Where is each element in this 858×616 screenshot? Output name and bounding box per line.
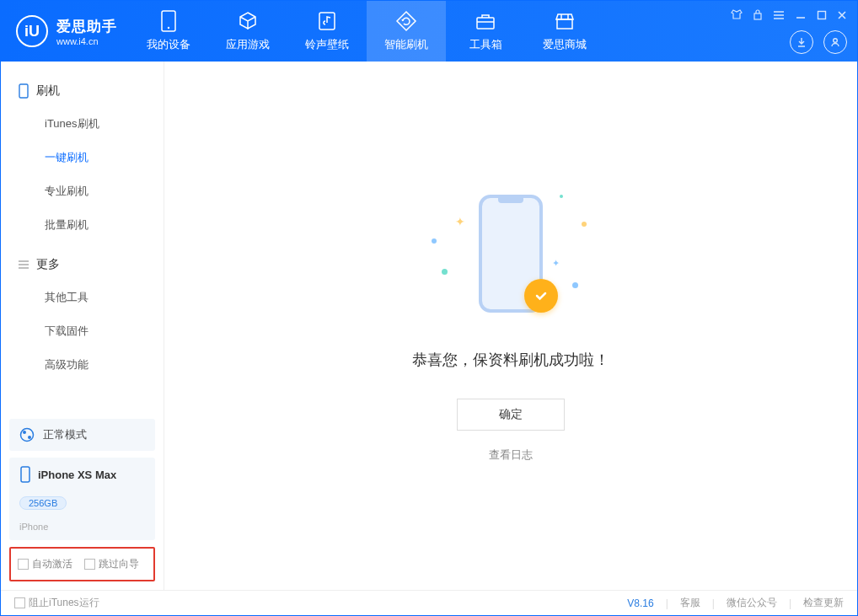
tab-label: 智能刷机	[384, 37, 428, 52]
svg-rect-5	[754, 13, 761, 19]
phone-icon	[18, 83, 29, 99]
group-title: 刷机	[36, 83, 60, 99]
mode-icon	[19, 427, 35, 442]
checkbox-auto-activate[interactable]: 自动激活	[18, 557, 72, 571]
checkbox-block-itunes[interactable]: 阻止iTunes运行	[14, 596, 99, 610]
tab-label: 工具箱	[469, 37, 502, 52]
svg-rect-6	[818, 12, 826, 19]
wechat-link[interactable]: 微信公众号	[727, 596, 777, 610]
tab-toolbox[interactable]: 工具箱	[446, 1, 525, 62]
sidebar-item-pro-flash[interactable]: 专业刷机	[1, 174, 164, 208]
sidebar-group-more: 更多	[1, 250, 164, 281]
sidebar-item-advanced[interactable]: 高级功能	[1, 348, 164, 382]
menu-icon[interactable]	[773, 8, 785, 24]
tab-ringtones[interactable]: 铃声壁纸	[287, 1, 367, 62]
store-icon	[554, 10, 576, 32]
main-content: ✦✦ 恭喜您，保资料刷机成功啦！ 确定 查看日志	[164, 62, 857, 590]
close-icon[interactable]	[837, 8, 847, 24]
device-icon	[19, 466, 31, 483]
support-link[interactable]: 客服	[680, 596, 700, 610]
check-icon	[524, 279, 558, 313]
success-illustration: ✦✦	[426, 190, 595, 333]
app-subtitle: www.i4.cn	[56, 36, 117, 46]
tab-label: 铃声壁纸	[305, 37, 349, 52]
ok-button[interactable]: 确定	[457, 399, 565, 431]
app-logo: iU 爱思助手 www.i4.cn	[1, 15, 129, 47]
download-button[interactable]	[790, 30, 813, 54]
sidebar-item-download-firmware[interactable]: 下载固件	[1, 314, 164, 348]
svg-rect-4	[557, 19, 572, 29]
tab-apps-games[interactable]: 应用游戏	[208, 1, 287, 62]
logo-icon: iU	[16, 15, 48, 47]
mode-card[interactable]: 正常模式	[9, 419, 155, 451]
sidebar-item-itunes-flash[interactable]: iTunes刷机	[1, 107, 164, 141]
tab-my-device[interactable]: 我的设备	[129, 1, 208, 62]
minimize-icon[interactable]	[795, 8, 807, 24]
svg-point-10	[23, 431, 26, 434]
music-icon	[316, 10, 338, 32]
lock-icon[interactable]	[753, 8, 763, 24]
device-icon	[158, 10, 180, 32]
svg-point-1	[168, 27, 169, 29]
tab-label: 爱思商城	[543, 37, 587, 52]
sidebar-item-batch-flash[interactable]: 批量刷机	[1, 208, 164, 242]
maximize-icon[interactable]	[817, 8, 827, 24]
app-title: 爱思助手	[56, 17, 117, 36]
highlighted-options: 自动激活 跳过向导	[9, 547, 155, 581]
svg-rect-8	[19, 84, 28, 98]
tab-store[interactable]: 爱思商城	[525, 1, 604, 62]
device-card[interactable]: iPhone XS Max 256GB iPhone	[9, 458, 155, 540]
sidebar-item-oneclick-flash[interactable]: 一键刷机	[1, 141, 164, 174]
tab-label: 我的设备	[147, 37, 190, 52]
main-tabs: 我的设备 应用游戏 铃声壁纸 智能刷机 工具箱 爱思商城	[129, 1, 604, 62]
storage-badge: 256GB	[19, 496, 67, 510]
device-type: iPhone	[19, 522, 48, 532]
user-button[interactable]	[823, 30, 847, 54]
mode-label: 正常模式	[43, 427, 87, 442]
refresh-icon	[395, 10, 417, 32]
window-controls	[731, 8, 847, 24]
group-title: 更多	[36, 257, 60, 272]
sidebar-group-flash: 刷机	[1, 77, 164, 107]
svg-rect-12	[21, 467, 29, 482]
version-label: V8.16	[627, 597, 653, 609]
device-name: iPhone XS Max	[38, 469, 116, 481]
cube-icon	[237, 10, 259, 32]
list-icon	[18, 260, 29, 270]
sidebar-item-other-tools[interactable]: 其他工具	[1, 281, 164, 314]
svg-rect-3	[477, 18, 494, 29]
svg-point-7	[834, 39, 838, 43]
success-message: 恭喜您，保资料刷机成功啦！	[412, 350, 609, 370]
tab-label: 应用游戏	[226, 37, 270, 52]
toolbox-icon	[475, 10, 496, 32]
svg-point-9	[21, 429, 34, 442]
svg-point-11	[28, 436, 31, 439]
title-bar: iU 爱思助手 www.i4.cn 我的设备 应用游戏 铃声壁纸 智能刷机 工具…	[1, 1, 857, 62]
sidebar: 刷机 iTunes刷机 一键刷机 专业刷机 批量刷机 更多 其他工具 下载固件 …	[1, 62, 164, 590]
shirt-icon[interactable]	[731, 8, 743, 24]
view-log-link[interactable]: 查看日志	[489, 447, 533, 463]
footer: 阻止iTunes运行 V8.16 | 客服 | 微信公众号 | 检查更新	[1, 590, 857, 615]
tab-smart-flash[interactable]: 智能刷机	[367, 1, 446, 62]
checkbox-skip-guide[interactable]: 跳过向导	[84, 557, 139, 571]
check-update-link[interactable]: 检查更新	[803, 596, 844, 610]
